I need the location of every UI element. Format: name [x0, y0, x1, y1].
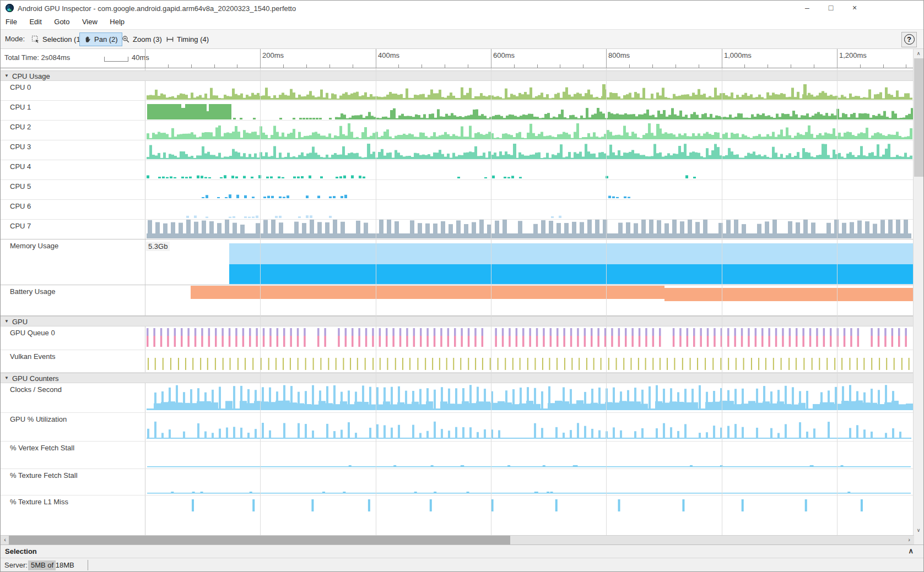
selection-panel-header[interactable]: Selection ∧ — [1, 544, 923, 558]
ruler-minor-tick — [676, 64, 676, 68]
track-row-battery-usage[interactable]: Battery Usage — [1, 285, 914, 316]
horizontal-scrollbar[interactable]: ‹ › — [1, 535, 914, 544]
horizontal-scrollbar-thumb[interactable] — [9, 536, 510, 544]
timeline-ruler[interactable]: Total Time: 2s084ms 40ms 200ms 400ms 600… — [1, 49, 914, 68]
menu-edit[interactable]: Edit — [24, 16, 46, 28]
timeline-gridline — [837, 68, 837, 535]
ruler-minor-tick — [583, 64, 583, 68]
ruler-minor-tick — [422, 64, 422, 68]
collapse-icon[interactable]: ▼ — [4, 375, 9, 380]
collapse-icon[interactable]: ▼ — [4, 319, 9, 324]
track-row-clocks-second[interactable]: Clocks / Second — [1, 383, 914, 413]
ruler-major-tick — [260, 49, 261, 68]
app-icon — [6, 4, 14, 12]
scroll-left-icon[interactable]: ‹ — [1, 536, 9, 544]
pan-icon — [84, 35, 91, 43]
ruler-major-tick — [376, 49, 376, 68]
timeline-gridline — [376, 68, 376, 535]
timeline-gridline — [260, 68, 261, 535]
track-row-cpu-0[interactable]: CPU 0 — [1, 81, 914, 101]
expand-panel-icon[interactable]: ∧ — [908, 547, 914, 555]
status-divider — [88, 560, 88, 570]
track-row-cpu-2[interactable]: CPU 2 — [1, 121, 914, 140]
track-label-texture-l1-miss: % Texture L1 Miss — [10, 498, 68, 506]
ruler-minor-tick — [560, 64, 560, 68]
ruler-minor-tick — [168, 64, 169, 68]
scroll-right-icon[interactable]: › — [905, 536, 914, 544]
mode-timing-label: Timing (4) — [177, 35, 209, 43]
menu-bar: File Edit Goto View Help — [1, 16, 923, 29]
track-label-cpu-7: CPU 7 — [10, 222, 31, 230]
section-header-cpu-usage[interactable]: ▼CPU Usage — [1, 70, 914, 81]
ruler-minor-tick — [283, 64, 284, 68]
ruler-minor-tick — [791, 64, 791, 68]
timeline-gridline — [722, 68, 722, 535]
help-button[interactable]: ? — [901, 32, 917, 47]
window-title: Android GPU Inspector - com.google.andro… — [18, 4, 296, 13]
vertical-scrollbar-thumb[interactable] — [914, 58, 923, 177]
track-row-cpu-7[interactable]: CPU 7 — [1, 220, 914, 239]
track-label-cpu-6: CPU 6 — [10, 202, 31, 210]
zoom-icon — [122, 35, 130, 43]
track-row-cpu-5[interactable]: CPU 5 — [1, 180, 914, 200]
mode-label: Mode: — [5, 35, 25, 43]
ruler-major-tick — [145, 49, 145, 68]
track-row-memory-usage[interactable]: Memory Usage5.3Gb — [1, 239, 914, 285]
menu-file[interactable]: File — [1, 16, 22, 28]
ruler-label-1200ms: 1,200ms — [839, 51, 867, 59]
ruler-minor-tick — [744, 64, 745, 68]
section-header-gpu[interactable]: ▼GPU — [1, 316, 914, 326]
ruler-label-200ms: 200ms — [262, 51, 284, 59]
section-header-gpu-counters[interactable]: ▼GPU Counters — [1, 373, 914, 383]
close-button[interactable]: × — [845, 1, 864, 15]
mode-selection-button[interactable]: Selection (1) — [27, 32, 87, 46]
ruler-minor-tick — [652, 64, 653, 68]
mode-zoom-button[interactable]: Zoom (3) — [117, 32, 166, 46]
ruler-minor-tick — [629, 64, 630, 68]
scrollbar-corner — [914, 535, 924, 544]
title-bar: Android GPU Inspector - com.google.andro… — [1, 1, 923, 16]
scroll-up-icon[interactable]: ∧ — [914, 49, 923, 58]
section-label: GPU Counters — [12, 374, 59, 383]
track-label-vertex-fetch-stall: % Vertex Fetch Stall — [10, 444, 74, 452]
collapse-icon[interactable]: ▼ — [4, 73, 9, 78]
ruler-minor-tick — [191, 64, 192, 68]
vertical-scrollbar[interactable]: ∧ ∨ — [913, 49, 923, 535]
maximize-button[interactable]: □ — [822, 1, 840, 15]
mode-timing-button[interactable]: Timing (4) — [161, 32, 213, 46]
ruler-major-tick — [606, 49, 607, 68]
ruler-major-tick — [491, 49, 491, 68]
track-row-gpu-utilization[interactable]: GPU % Utilization — [1, 413, 914, 442]
menu-help[interactable]: Help — [105, 16, 129, 28]
track-row-cpu-6[interactable]: CPU 6 — [1, 200, 914, 220]
track-row-vertex-fetch-stall[interactable]: % Vertex Fetch Stall — [1, 442, 914, 469]
timing-icon — [166, 35, 174, 43]
ruler-minor-tick — [329, 64, 330, 68]
menu-goto[interactable]: Goto — [49, 16, 74, 28]
track-label-clocks-second: Clocks / Second — [10, 385, 62, 394]
track-row-vulkan-events[interactable]: Vulkan Events — [1, 350, 914, 373]
ruler-minor-tick — [468, 64, 468, 68]
scroll-down-icon[interactable]: ∨ — [914, 526, 923, 535]
track-row-cpu-4[interactable]: CPU 4 — [1, 160, 914, 180]
ruler-minor-tick — [883, 64, 884, 68]
menu-view[interactable]: View — [77, 16, 102, 28]
minimize-button[interactable]: – — [798, 1, 817, 15]
track-label-gpu-queue-0: GPU Queue 0 — [10, 329, 55, 337]
track-row-cpu-3[interactable]: CPU 3 — [1, 140, 914, 160]
track-row-gpu-queue-0[interactable]: GPU Queue 0 — [1, 326, 914, 350]
track-label-cpu-2: CPU 2 — [10, 123, 31, 131]
track-label-cpu-3: CPU 3 — [10, 143, 31, 151]
ruler-minor-tick — [445, 64, 445, 68]
app-window: Android GPU Inspector - com.google.andro… — [0, 0, 924, 572]
track-row-cpu-1[interactable]: CPU 1 — [1, 101, 914, 121]
track-label-gpu-utilization: GPU % Utilization — [10, 415, 67, 423]
ruler-label-400ms: 400ms — [378, 51, 399, 59]
track-row-texture-fetch-stall[interactable]: % Texture Fetch Stall — [1, 469, 914, 495]
timeline-gridline — [606, 68, 607, 535]
mode-pan-label: Pan (2) — [94, 35, 118, 43]
timeline-content[interactable]: ▼CPU UsageCPU 0CPU 1CPU 2CPU 3CPU 4CPU 5… — [1, 68, 914, 535]
ruler-label-1000ms: 1,000ms — [724, 51, 752, 59]
mode-pan-button[interactable]: Pan (2) — [79, 32, 122, 46]
track-row-texture-l1-miss[interactable]: % Texture L1 Miss — [1, 495, 914, 535]
